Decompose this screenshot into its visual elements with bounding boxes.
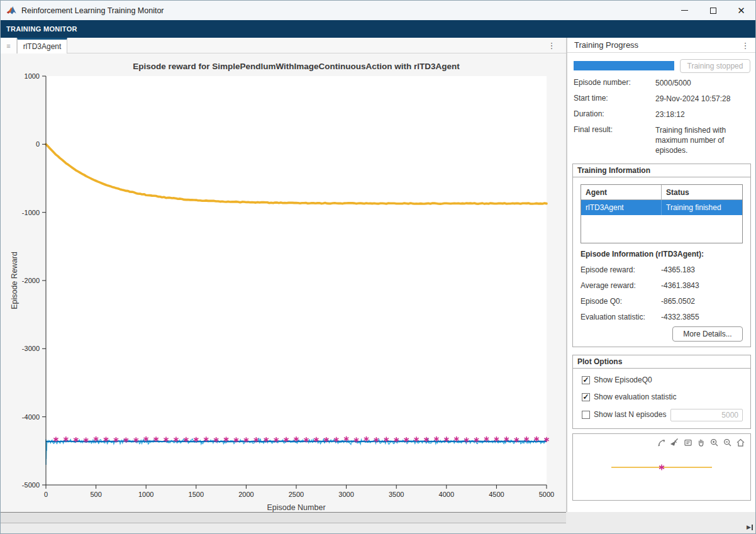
checkbox-box [582, 411, 590, 419]
toolstrip: TRAINING MONITOR [1, 20, 755, 38]
close-button[interactable]: ✕ [727, 1, 755, 20]
average-reward-row: Average reward: -4361.3843 [581, 281, 744, 290]
svg-text:1000: 1000 [25, 72, 40, 80]
training-stopped-button[interactable]: Training stopped [680, 59, 750, 73]
close-icon: ✕ [737, 6, 745, 15]
brush-icon[interactable] [669, 437, 681, 448]
field-value: 23:18:12 [655, 109, 750, 120]
svg-text:3500: 3500 [389, 491, 404, 498]
svg-text:0: 0 [44, 491, 48, 498]
field-value: -4361.3843 [661, 281, 699, 290]
start-time-row: Start time: 29-Nov-2024 10:57:28 [574, 94, 751, 104]
training-progress-panel: Training Progress ⋮ Training stopped Epi… [567, 38, 756, 512]
checkbox-label: Show last N episodes [594, 410, 666, 419]
reward-chart-figure: 10000-1000-2000-3000-4000-50000500100015… [1, 53, 566, 512]
minimize-icon [681, 10, 688, 11]
training-information-box: Training Information Agent Status rlTD3A… [572, 164, 751, 347]
field-label: Episode number: [574, 78, 655, 88]
tab-drag-handle[interactable]: ≡ [1, 38, 17, 53]
svg-text:1000: 1000 [138, 491, 153, 498]
training-progress-fill [574, 61, 674, 70]
svg-text:-5000: -5000 [22, 481, 40, 489]
episode-q0-row: Episode Q0: -865.0502 [581, 297, 744, 306]
field-label: Episode Q0: [581, 297, 661, 306]
svg-text:-3000: -3000 [22, 345, 40, 352]
svg-text:Episode reward for SimplePendl: Episode reward for SimplePendlumWithImag… [133, 62, 460, 71]
svg-text:Episode Reward: Episode Reward [10, 252, 19, 309]
skip-end-icon: ▶ [747, 524, 751, 530]
table-header-row: Agent Status [581, 185, 742, 200]
more-details-button[interactable]: More Details... [672, 326, 743, 342]
svg-text:5000: 5000 [539, 491, 554, 498]
panel-actions-button[interactable]: ⋮ [740, 40, 750, 50]
field-value: 29-Nov-2024 10:57:28 [655, 94, 750, 104]
skip-to-end-button[interactable]: ▶ [747, 524, 753, 530]
show-episodeq0-checkbox[interactable]: ✓ Show EpisodeQ0 [582, 375, 652, 384]
toolstrip-tab-training-monitor[interactable]: TRAINING MONITOR [1, 25, 77, 33]
field-label: Episode reward: [581, 265, 661, 274]
table-empty-area [581, 215, 742, 243]
final-result-row: Final result: Training finished with max… [574, 125, 751, 156]
svg-text:-4000: -4000 [22, 413, 40, 421]
grip-icon: ≡ [6, 42, 10, 50]
show-last-n-episodes-checkbox[interactable]: Show last N episodes [582, 410, 666, 419]
skip-end-bar [752, 525, 753, 530]
field-label: Duration: [574, 109, 655, 120]
episode-information-title: Episode Information (rlTD3Agent): [581, 250, 704, 259]
field-label: Final result: [574, 125, 655, 156]
field-value: 5000/5000 [655, 78, 750, 88]
mini-plot-box [572, 433, 751, 501]
field-label: Start time: [574, 94, 655, 104]
tab-rltd3agent[interactable]: rlTD3Agent [17, 38, 67, 53]
restore-view-icon[interactable] [735, 437, 747, 448]
title-bar: Reinforcement Learning Training Monitor … [1, 1, 755, 20]
evaluation-statistic-row: Evaluation statistic: -4332.3855 [581, 313, 744, 321]
table-row-rltd3agent[interactable]: rlTD3Agent Training finished [581, 200, 742, 215]
field-value: -4332.3855 [661, 313, 699, 321]
cell-agent: rlTD3Agent [581, 200, 662, 215]
training-progress-header: Training Progress ⋮ [567, 38, 756, 53]
column-status: Status [662, 188, 742, 197]
checkbox-label: Show evaluation statistic [594, 392, 676, 401]
field-value: -865.0502 [661, 297, 695, 306]
zoom-in-icon[interactable] [708, 437, 720, 448]
export-icon[interactable] [655, 437, 667, 448]
last-n-episodes-input[interactable] [670, 409, 743, 421]
window-title: Reinforcement Learning Training Monitor [21, 6, 164, 15]
ellipsis-icon: ⋮ [548, 41, 556, 50]
figure-horizontal-scrollbar[interactable] [1, 512, 566, 523]
ellipsis-icon: ⋮ [742, 41, 750, 50]
agent-status-table: Agent Status rlTD3Agent Training finishe… [581, 184, 743, 243]
svg-text:2000: 2000 [238, 491, 253, 498]
show-evaluation-statistic-checkbox[interactable]: ✓ Show evaluation statistic [582, 392, 676, 401]
reward-chart: 10000-1000-2000-3000-4000-50000500100015… [1, 53, 566, 512]
datatip-icon[interactable] [682, 437, 694, 448]
cell-status: Training finished [662, 203, 742, 212]
field-value: Training finished with maximum number of… [655, 125, 750, 156]
svg-text:0: 0 [36, 140, 40, 148]
checkbox-box: ✓ [582, 393, 590, 401]
field-label: Average reward: [581, 281, 661, 290]
svg-text:2500: 2500 [289, 491, 304, 498]
plot-options-title: Plot Options [573, 355, 750, 369]
tab-actions-button[interactable]: ⋮ [546, 38, 557, 53]
training-progress-bar [574, 61, 674, 70]
svg-text:4500: 4500 [489, 491, 504, 498]
document-tab-bar: ≡ rlTD3Agent ⋮ [1, 38, 566, 53]
svg-text:Episode Number: Episode Number [267, 503, 325, 512]
tab-label: rlTD3Agent [23, 42, 62, 51]
checkbox-box: ✓ [582, 376, 590, 384]
plot-options-box: Plot Options ✓ Show EpisodeQ0 ✓ Show eva… [572, 355, 751, 429]
maximize-icon [710, 8, 716, 14]
svg-text:-1000: -1000 [22, 209, 40, 216]
pan-icon[interactable] [695, 437, 707, 448]
minimize-button[interactable] [670, 1, 699, 20]
maximize-button[interactable] [699, 1, 727, 20]
zoom-out-icon[interactable] [721, 437, 733, 448]
episode-reward-row: Episode reward: -4365.183 [581, 265, 744, 274]
svg-text:1500: 1500 [189, 491, 204, 498]
matlab-logo-icon [6, 5, 17, 16]
svg-text:500: 500 [90, 491, 101, 498]
svg-text:-2000: -2000 [22, 277, 40, 284]
field-value: -4365.183 [661, 265, 695, 274]
